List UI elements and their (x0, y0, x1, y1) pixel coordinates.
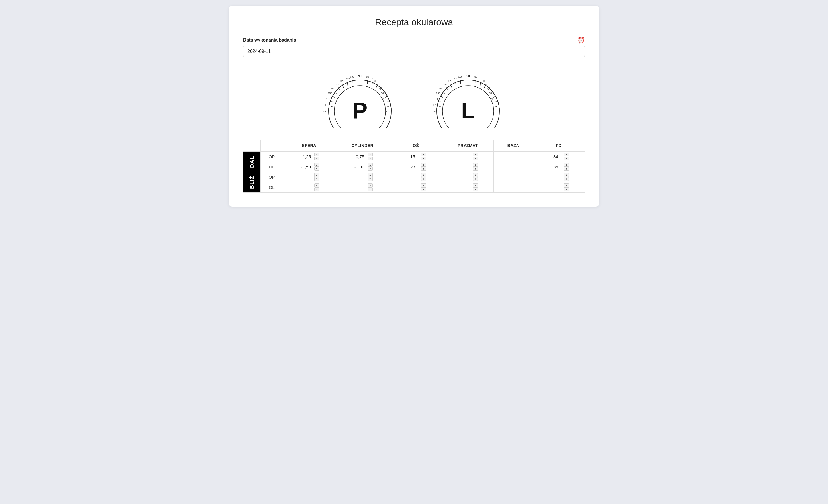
input-BLIŻ-OP-cylinder[interactable] (352, 175, 366, 179)
th-empty-2 (260, 140, 283, 151)
spinner-down-DAL-OL-pd[interactable]: ▼ (564, 167, 569, 171)
spinner-down-DAL-OP-pd[interactable]: ▼ (564, 157, 569, 161)
svg-text:180: 180 (323, 110, 327, 113)
spinner-down-BLIŻ-OL-os[interactable]: ▼ (421, 187, 426, 191)
date-section: Data wykonania badania ⏰ (243, 37, 585, 57)
spinner-down-DAL-OP-sfera[interactable]: ▼ (314, 157, 320, 161)
spinner-down-BLIŻ-OP-os[interactable]: ▼ (421, 177, 426, 181)
input-DAL-OP-sfera[interactable] (299, 154, 313, 159)
svg-text:80: 80 (474, 75, 477, 78)
spinner-down-BLIŻ-OP-cylinder[interactable]: ▼ (368, 177, 373, 181)
cell-BLIŻ-OL-baza (494, 182, 533, 192)
gauge-l: 0 10 20 30 40 50 60 70 80 90 1 (428, 66, 508, 128)
spinner-down-BLIŻ-OL-pd[interactable]: ▼ (564, 187, 569, 191)
cell-BLIŻ-OP-cylinder: ▲▼ (335, 172, 390, 182)
input-DAL-OP-pryzmat[interactable] (458, 154, 472, 159)
input-BLIŻ-OL-sfera[interactable] (299, 185, 313, 190)
input-BLIŻ-OP-os[interactable] (406, 175, 420, 179)
input-BLIŻ-OL-pryzmat[interactable] (458, 185, 472, 190)
input-BLIŻ-OL-os[interactable] (406, 185, 420, 190)
row-label-DAL-OL: OL (260, 162, 283, 172)
spinner-up-BLIŻ-OP-cylinder[interactable]: ▲ (368, 173, 373, 177)
spinner-down-BLIŻ-OP-pd[interactable]: ▼ (564, 177, 569, 181)
spinner-up-DAL-OP-os[interactable]: ▲ (421, 153, 426, 156)
cell-BLIŻ-OP-pd: ▲▼ (533, 172, 585, 182)
input-BLIŻ-OP-baza[interactable] (506, 175, 521, 179)
spinner-up-BLIŻ-OL-cylinder[interactable]: ▲ (368, 183, 373, 187)
svg-text:150: 150 (328, 92, 332, 95)
cell-DAL-OL-os: ▲▼ (390, 162, 442, 172)
section-label-bliż: BLIŻ (243, 172, 260, 192)
svg-text:120: 120 (448, 80, 452, 83)
spinner-up-BLIŻ-OP-pryzmat[interactable]: ▲ (473, 173, 478, 177)
input-DAL-OP-cylinder[interactable] (352, 154, 366, 159)
spinner-up-BLIŻ-OL-os[interactable]: ▲ (421, 183, 426, 187)
input-DAL-OP-pd[interactable] (548, 154, 563, 159)
input-DAL-OL-cylinder[interactable] (352, 165, 366, 169)
cell-BLIŻ-OL-os: ▲▼ (390, 182, 442, 192)
input-BLIŻ-OP-pryzmat[interactable] (458, 175, 472, 179)
input-DAL-OP-baza[interactable] (506, 154, 521, 159)
spinner-up-DAL-OP-sfera[interactable]: ▲ (314, 153, 320, 156)
svg-text:60: 60 (374, 80, 376, 83)
input-DAL-OL-baza[interactable] (506, 165, 521, 169)
cell-DAL-OP-pryzmat: ▲▼ (442, 151, 494, 162)
svg-text:160: 160 (326, 98, 330, 100)
date-input[interactable] (243, 46, 585, 57)
spinner-up-DAL-OL-pryzmat[interactable]: ▲ (473, 163, 478, 167)
input-DAL-OP-os[interactable] (406, 154, 420, 159)
spinner-down-DAL-OL-pryzmat[interactable]: ▼ (473, 167, 478, 171)
input-DAL-OL-os[interactable] (406, 165, 420, 169)
row-label-BLIŻ-OL: OL (260, 182, 283, 192)
svg-text:70: 70 (478, 77, 481, 80)
spinner-down-DAL-OP-pryzmat[interactable]: ▼ (473, 157, 478, 161)
spinner-up-DAL-OL-sfera[interactable]: ▲ (314, 163, 320, 167)
spinner-down-DAL-OP-os[interactable]: ▼ (421, 157, 426, 161)
spinner-down-BLIŻ-OL-pryzmat[interactable]: ▼ (473, 187, 478, 191)
spinner-up-DAL-OL-cylinder[interactable]: ▲ (368, 163, 373, 167)
spinner-up-BLIŻ-OP-os[interactable]: ▲ (421, 173, 426, 177)
input-BLIŻ-OL-cylinder[interactable] (352, 185, 366, 190)
gauge-p-svg: 0 10 20 30 40 50 60 (320, 66, 400, 128)
cell-BLIŻ-OL-sfera: ▲▼ (283, 182, 335, 192)
gauge-p: 0 10 20 30 40 50 60 (320, 66, 400, 128)
cell-DAL-OL-pryzmat: ▲▼ (442, 162, 494, 172)
spinner-up-DAL-OP-pd[interactable]: ▲ (564, 153, 569, 156)
spinner-down-DAL-OL-os[interactable]: ▼ (421, 167, 426, 171)
spinner-up-BLIŻ-OL-pryzmat[interactable]: ▲ (473, 183, 478, 187)
input-BLIŻ-OL-baza[interactable] (506, 185, 521, 190)
spinner-up-DAL-OL-pd[interactable]: ▲ (564, 163, 569, 167)
cell-DAL-OL-sfera: ▲▼ (283, 162, 335, 172)
svg-text:P: P (352, 98, 367, 123)
spinner-down-BLIŻ-OL-cylinder[interactable]: ▼ (368, 187, 373, 191)
input-BLIŻ-OP-sfera[interactable] (299, 175, 313, 179)
spinner-up-DAL-OP-pryzmat[interactable]: ▲ (473, 153, 478, 156)
spinner-down-BLIŻ-OP-pryzmat[interactable]: ▼ (473, 177, 478, 181)
section-label-dal: DAL (243, 151, 260, 172)
input-DAL-OL-sfera[interactable] (299, 165, 313, 169)
spinner-down-DAL-OL-sfera[interactable]: ▼ (314, 167, 320, 171)
input-BLIŻ-OP-pd[interactable] (548, 175, 563, 179)
spinner-up-BLIŻ-OL-pd[interactable]: ▲ (564, 183, 569, 187)
spinner-up-BLIŻ-OP-sfera[interactable]: ▲ (314, 173, 320, 177)
spinner-up-DAL-OL-os[interactable]: ▲ (421, 163, 426, 167)
th-baza: BAZA (494, 140, 533, 151)
spinner-up-BLIŻ-OP-pd[interactable]: ▲ (564, 173, 569, 177)
clock-icon: ⏰ (577, 37, 585, 44)
input-DAL-OL-pryzmat[interactable] (458, 165, 472, 169)
svg-text:120: 120 (340, 80, 344, 83)
row-label-DAL-OP: OP (260, 151, 283, 162)
svg-text:90: 90 (466, 75, 470, 78)
spinner-up-DAL-OP-cylinder[interactable]: ▲ (368, 153, 373, 156)
spinner-down-BLIŻ-OL-sfera[interactable]: ▼ (314, 187, 320, 191)
cell-BLIŻ-OL-pryzmat: ▲▼ (442, 182, 494, 192)
spinner-down-DAL-OL-cylinder[interactable]: ▼ (368, 167, 373, 171)
svg-text:130: 130 (334, 83, 338, 86)
spinner-up-BLIŻ-OL-sfera[interactable]: ▲ (314, 183, 320, 187)
spinner-down-DAL-OP-cylinder[interactable]: ▼ (368, 157, 373, 161)
input-BLIŻ-OL-pd[interactable] (548, 185, 563, 190)
spinner-down-BLIŻ-OP-sfera[interactable]: ▼ (314, 177, 320, 181)
cell-DAL-OL-pd: ▲▼ (533, 162, 585, 172)
input-DAL-OL-pd[interactable] (548, 165, 563, 169)
svg-text:L: L (461, 98, 475, 123)
